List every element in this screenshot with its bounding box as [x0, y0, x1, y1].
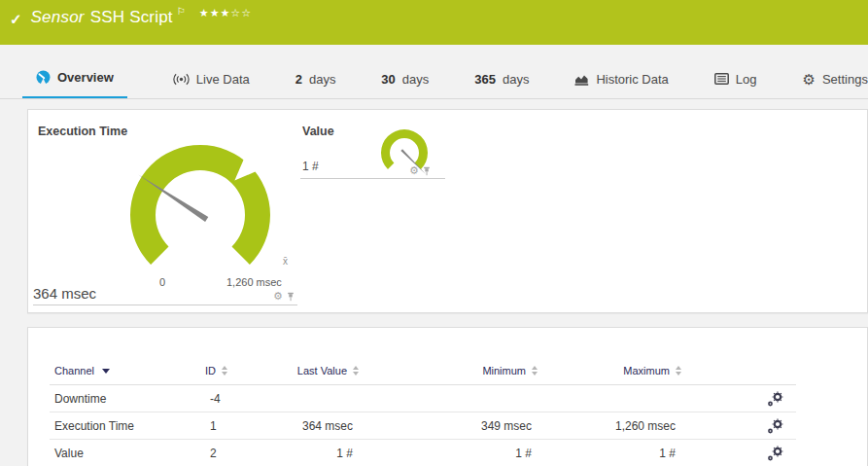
cell-maximum: 1 # [538, 447, 681, 460]
channel-settings-icon[interactable] [767, 418, 796, 434]
column-header-last-value[interactable]: Last Value [291, 365, 359, 376]
cell-last-value: 1 # [291, 447, 359, 460]
tab-label: days [402, 72, 429, 87]
channels-panel: Channel ID Last Value Minimum Maximum [27, 327, 868, 466]
tab-label: Live Data [196, 72, 250, 87]
column-header-label: Last Value [297, 365, 347, 376]
tab-settings[interactable]: ⚙ Settings [802, 58, 867, 99]
tab-label: Overview [57, 70, 114, 85]
live-data-icon [173, 73, 190, 86]
cell-id: -4 [205, 392, 291, 406]
cell-channel[interactable]: Downtime [50, 392, 205, 406]
channel-settings-icon[interactable] [767, 446, 796, 461]
channel-table-header-row: Channel ID Last Value Minimum Maximum [50, 357, 796, 385]
column-header-minimum[interactable]: Minimum [359, 365, 538, 376]
gauges-panel: Execution Time x̄ 0 1,260 msec 364 msec … [27, 109, 868, 313]
gauge-title-value: Value [302, 125, 334, 138]
channel-table: Channel ID Last Value Minimum Maximum [50, 357, 796, 466]
stars-empty[interactable]: ☆☆ [230, 7, 252, 18]
tab-30-days[interactable]: 30 days [381, 58, 429, 99]
column-header-maximum[interactable]: Maximum [538, 365, 681, 376]
column-header-label: Minimum [482, 365, 526, 376]
tab-label: days [309, 72, 335, 87]
tab-number: 365 [474, 72, 496, 87]
gauge-cell-divider [33, 305, 297, 305]
stars-filled[interactable]: ★★★ [199, 7, 231, 18]
tab-label: days [503, 72, 529, 87]
tab-number: 30 [381, 72, 395, 87]
settings-gear-icon: ⚙ [802, 72, 815, 87]
pin-icon[interactable] [423, 166, 431, 176]
page-title-name: SSH Script [90, 8, 173, 26]
column-header-label: Channel [54, 365, 94, 376]
tab-live-data[interactable]: Live Data [173, 58, 250, 99]
table-row-downtime[interactable]: Downtime -4 [50, 385, 796, 412]
column-header-channel[interactable]: Channel [50, 365, 205, 376]
execution-time-current-value: 364 msec [33, 285, 96, 302]
column-header-label: Maximum [623, 365, 670, 376]
sensor-title-bar: ✓ SensorSSH Script ⚐ ★★★☆☆ [0, 0, 868, 45]
tab-label: Historic Data [596, 72, 668, 87]
value-current-value: 1 # [302, 160, 319, 173]
cell-last-value: 364 msec [291, 419, 359, 433]
sort-both-icon [222, 366, 227, 376]
cell-minimum: 349 msec [359, 419, 538, 433]
tab-2-days[interactable]: 2 days [295, 58, 336, 99]
tab-historic-data[interactable]: Historic Data [574, 58, 668, 99]
cell-id: 2 [205, 447, 291, 460]
cell-maximum: 1,260 msec [538, 419, 681, 433]
column-header-label: ID [205, 365, 216, 376]
priority-stars[interactable]: ★★★☆☆ [199, 7, 252, 19]
sensor-overview-page: ✓ SensorSSH Script ⚐ ★★★☆☆ Overview Live [0, 0, 868, 466]
column-header-id[interactable]: ID [205, 365, 291, 376]
gauge-icon [36, 70, 51, 85]
table-row-value[interactable]: Value 2 1 # 1 # 1 # [50, 440, 796, 466]
tab-overview[interactable]: Overview [22, 58, 127, 99]
tab-label: Settings [822, 72, 868, 87]
table-row-execution-time[interactable]: Execution Time 1 364 msec 349 msec 1,260… [50, 412, 796, 440]
gauge-cell-divider [300, 178, 445, 179]
gauge-settings-gear-icon[interactable]: ⚙ [409, 165, 419, 176]
cell-channel[interactable]: Execution Time [50, 419, 205, 433]
average-marker-symbol: x̄ [283, 256, 288, 267]
cell-minimum: 1 # [359, 447, 538, 460]
historic-chart-icon [574, 73, 589, 86]
tab-label: Log [736, 72, 757, 87]
tab-number: 2 [295, 72, 302, 87]
cell-channel[interactable]: Value [50, 447, 205, 460]
page-title-prefix: Sensor [31, 8, 85, 26]
cell-id: 1 [205, 419, 291, 433]
channel-settings-icon[interactable] [767, 391, 796, 407]
tab-log[interactable]: Log [714, 58, 757, 99]
favorite-flag-icon[interactable]: ⚐ [177, 6, 186, 17]
pin-icon[interactable] [287, 292, 295, 302]
gauge-min-label: 0 [153, 276, 172, 288]
page-title: SensorSSH Script [31, 8, 173, 27]
sort-desc-icon [102, 369, 110, 374]
log-list-icon [714, 73, 729, 85]
tab-365-days[interactable]: 365 days [474, 58, 529, 99]
status-ok-check-icon: ✓ [10, 11, 22, 28]
gauge-settings-gear-icon[interactable]: ⚙ [273, 291, 283, 302]
tab-bar: Overview Live Data 2 days 30 days 365 da… [22, 58, 868, 99]
sort-both-icon [676, 366, 681, 376]
tab-bar-divider [0, 98, 868, 99]
execution-time-gauge [113, 123, 288, 288]
gauge-max-label: 1,260 msec [226, 276, 282, 288]
